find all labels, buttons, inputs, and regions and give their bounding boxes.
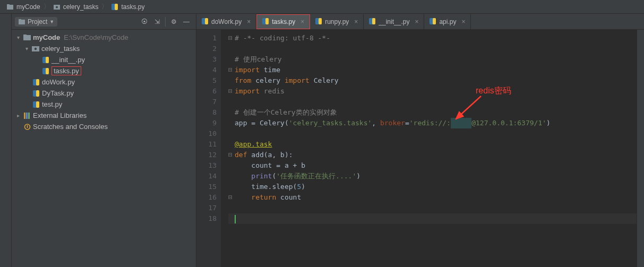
tab-label: api.py: [439, 18, 456, 25]
code-text: from: [235, 76, 251, 84]
svg-rect-13: [46, 57, 49, 63]
tree-row-file[interactable]: test.py: [12, 99, 196, 110]
line-number: 9: [196, 118, 217, 128]
line-number: 13: [196, 160, 217, 171]
code-text: 'redis://:: [409, 119, 451, 127]
chevron-right-icon: 〉: [42, 2, 51, 11]
svg-rect-21: [36, 101, 39, 108]
close-icon[interactable]: ×: [352, 18, 358, 25]
python-file-icon: [430, 18, 436, 26]
line-number: 4: [196, 65, 217, 75]
code-text: # 创建一个Celery类的实例对象: [235, 108, 337, 116]
breadcrumbs: myCode 〉 celery_tasks 〉 tasks.py: [0, 0, 644, 14]
expand-arrow-icon[interactable]: ▸: [15, 113, 21, 118]
tree-row-external-libraries[interactable]: ▸ External Libraries: [12, 110, 196, 121]
svg-rect-22: [24, 113, 25, 119]
python-file-icon: [262, 18, 269, 26]
line-number: 16: [196, 192, 217, 203]
svg-rect-28: [205, 18, 208, 24]
close-icon[interactable]: ×: [245, 18, 251, 25]
tab-label: runpy.py: [325, 18, 349, 25]
tree-row-scratches[interactable]: Scratches and Consoles: [12, 121, 196, 132]
tree-row-file[interactable]: __init__.py: [12, 54, 196, 65]
close-icon[interactable]: ×: [298, 18, 304, 25]
svg-rect-1: [7, 4, 10, 6]
line-number: 6: [196, 86, 217, 97]
line-number-gutter[interactable]: 1 2 3 4 5 6 7 8 9 10 11 12 13 14 15 16 1…: [196, 30, 221, 267]
code-content[interactable]: ⊟# -*- coding: utf-8 -*- # 使用celery ⊟imp…: [221, 30, 637, 267]
code-text: # -*- coding: utf-8 -*-: [235, 34, 330, 42]
svg-rect-15: [46, 68, 49, 74]
collapse-all-icon[interactable]: ⇲: [151, 15, 164, 28]
line-number: 5: [196, 75, 217, 86]
code-text: time: [260, 66, 280, 74]
tree-row-project-root[interactable]: ▾ myCode E:\SvnCode\myCode: [12, 32, 196, 43]
expand-arrow-icon[interactable]: ▾: [15, 35, 21, 40]
line-number: 18: [196, 213, 217, 224]
line-number: 8: [196, 107, 217, 118]
tab-label: doWork.py: [211, 18, 242, 25]
breadcrumb-item-root[interactable]: myCode: [4, 3, 42, 11]
close-icon[interactable]: ×: [413, 18, 418, 25]
tab-init[interactable]: __init__.py ×: [364, 14, 424, 29]
redacted-password: xxxxx: [451, 118, 471, 128]
tab-label: __init__.py: [379, 18, 409, 25]
expand-arrow-icon[interactable]: ▾: [23, 46, 30, 51]
svg-rect-32: [319, 18, 322, 24]
breadcrumb-label: myCode: [16, 3, 40, 11]
python-file-icon: [32, 79, 40, 85]
separator: [165, 17, 166, 27]
svg-rect-5: [115, 4, 118, 10]
tree-row-file[interactable]: DyTask.py: [12, 88, 196, 99]
folder-icon: [23, 35, 31, 40]
breadcrumb-item-file[interactable]: tasks.py: [109, 3, 147, 11]
line-number: 10: [196, 128, 217, 139]
svg-rect-30: [265, 18, 269, 24]
code-text: return: [251, 193, 276, 201]
svg-point-11: [35, 48, 37, 50]
tool-window-stripe-left[interactable]: [0, 14, 12, 267]
hide-icon[interactable]: —: [180, 15, 193, 28]
editor: doWork.py × tasks.py × runpy.py × __init…: [196, 14, 644, 267]
code-text: '任务函数正在执行....': [276, 172, 356, 180]
svg-rect-7: [19, 19, 21, 21]
tab-dowork[interactable]: doWork.py ×: [196, 14, 256, 29]
svg-rect-19: [36, 90, 39, 97]
project-view-dropdown[interactable]: Project ▼: [15, 17, 57, 27]
code-text: @app.task: [235, 140, 272, 148]
code-text: redis: [260, 87, 285, 95]
tab-api[interactable]: api.py ×: [424, 14, 471, 29]
line-number: 3: [196, 54, 217, 65]
line-number: 12: [196, 150, 217, 160]
python-file-icon: [32, 90, 40, 97]
project-tool-window: Project ▼ ⦿ ⇲ ⚙ — ▾ myCode E:\SvnCode\my…: [12, 14, 196, 267]
tree-row-file-tasks[interactable]: tasks.py: [12, 65, 196, 76]
breadcrumb-label: tasks.py: [121, 3, 144, 11]
code-area[interactable]: 1 2 3 4 5 6 7 8 9 10 11 12 13 14 15 16 1…: [196, 30, 644, 267]
breadcrumb-label: celery_tasks: [63, 3, 99, 11]
tree-row-file[interactable]: doWork.py: [12, 76, 196, 88]
code-text: ): [546, 119, 551, 127]
breadcrumb-item-pkg[interactable]: celery_tasks: [51, 3, 101, 11]
locate-icon[interactable]: ⦿: [138, 15, 151, 28]
tab-tasks[interactable]: tasks.py ×: [256, 14, 310, 29]
project-view-label: Project: [28, 18, 47, 25]
tree-label: External Libraries: [33, 111, 87, 119]
tree-label: __init__.py: [51, 56, 85, 64]
tree-label: DyTask.py: [42, 89, 74, 97]
code-text: [235, 193, 251, 201]
close-icon[interactable]: ×: [459, 18, 465, 25]
line-number: 15: [196, 182, 217, 192]
line-number: 2: [196, 44, 217, 54]
package-icon: [31, 46, 40, 51]
tree-row-package[interactable]: ▾ celery_tasks: [12, 43, 196, 54]
tab-runpy[interactable]: runpy.py ×: [310, 14, 364, 29]
code-text: @127.0.0.1:6379/1': [471, 119, 546, 127]
library-icon: [23, 113, 31, 119]
code-text: count: [276, 193, 301, 201]
python-file-icon: [315, 18, 322, 26]
editor-scrollbar[interactable]: [637, 30, 644, 267]
svg-point-3: [56, 6, 58, 8]
gear-icon[interactable]: ⚙: [167, 15, 180, 28]
code-text: ): [301, 183, 305, 191]
